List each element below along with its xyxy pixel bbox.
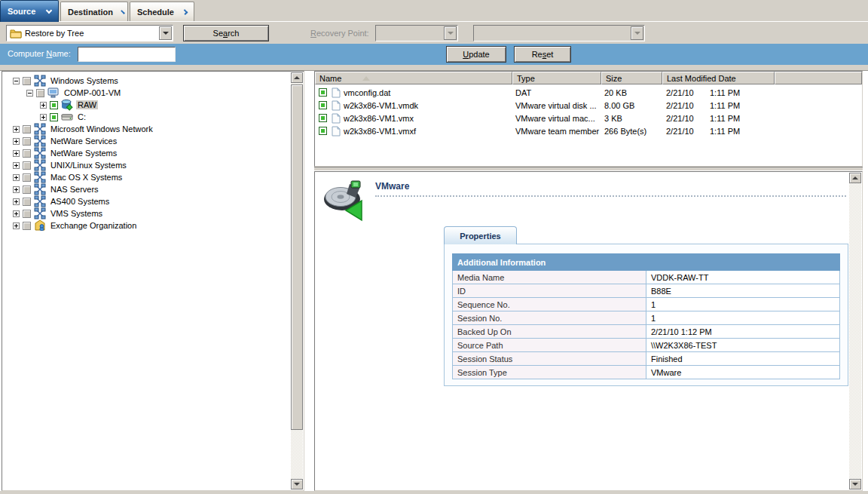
tree-item-c-drive[interactable]: C: xyxy=(4,111,290,123)
tree-checkbox[interactable] xyxy=(23,161,31,170)
network-icon xyxy=(34,207,46,219)
tree-item-label[interactable]: NAS Servers xyxy=(49,185,100,194)
tree-checkbox[interactable] xyxy=(23,198,31,206)
tree-item-label[interactable]: NetWare Systems xyxy=(49,149,118,158)
tree-item-label[interactable]: UNIX/Linux Systems xyxy=(49,161,128,170)
additional-information-table: Additional Information Media Name VDDK-R… xyxy=(452,253,840,379)
expand-icon[interactable] xyxy=(13,162,20,169)
tree-checkbox[interactable] xyxy=(23,222,31,230)
tree-item-label[interactable]: Microsoft Windows Network xyxy=(49,124,154,133)
computer-icon xyxy=(47,87,60,99)
tree-item-microsoft-windows-network[interactable]: Microsoft Windows Network xyxy=(4,123,290,135)
tree-item-nas-servers[interactable]: NAS Servers xyxy=(4,183,290,195)
expand-icon[interactable] xyxy=(13,174,20,181)
tree-item-vms-systems[interactable]: VMS Systems xyxy=(4,207,290,219)
tree-item-label[interactable]: Mac OS X Systems xyxy=(49,173,124,182)
tree-item-raw[interactable]: RAW xyxy=(4,99,290,111)
file-row-vmx[interactable]: w2k3x86-VM1.vmx VMware virtual mac... 3 … xyxy=(315,112,862,125)
computer-name-input[interactable] xyxy=(78,47,176,62)
tab-destination[interactable]: Destination xyxy=(60,2,128,21)
scroll-up-button[interactable] xyxy=(291,72,303,83)
tree-checkbox[interactable] xyxy=(23,149,31,158)
scroll-down-button[interactable] xyxy=(849,479,861,489)
tree-item-label[interactable]: COMP-001-VM xyxy=(63,88,122,97)
collapse-icon[interactable] xyxy=(26,90,33,97)
file-name: w2k3x86-VM1.vmxf xyxy=(344,127,416,136)
expand-icon[interactable] xyxy=(13,222,20,229)
reset-button[interactable]: Reset xyxy=(514,46,571,63)
collapse-icon[interactable] xyxy=(13,78,20,84)
file-row-vmxf[interactable]: w2k3x86-VM1.vmxf VMware team member 266 … xyxy=(315,125,862,138)
tree-item-label[interactable]: RAW xyxy=(76,100,98,109)
scroll-up-button[interactable] xyxy=(849,173,861,183)
tree-item-unix-linux-systems[interactable]: UNIX/Linux Systems xyxy=(4,159,290,171)
expand-icon[interactable] xyxy=(40,102,47,109)
raw-volume-icon xyxy=(61,99,73,111)
tree-checkbox[interactable] xyxy=(50,101,58,109)
property-value: Finished xyxy=(646,352,840,366)
expand-icon[interactable] xyxy=(40,114,47,121)
tree-checkbox[interactable] xyxy=(23,210,31,218)
expand-icon[interactable] xyxy=(13,210,20,217)
recovery-point-label: Recovery Point: xyxy=(310,29,369,38)
column-header-size[interactable]: Size xyxy=(601,72,662,84)
file-row-vmconfig[interactable]: vmconfig.dat DAT 20 KB 2/21/10 1:11 PM xyxy=(315,87,862,100)
expand-icon[interactable] xyxy=(13,198,20,205)
tree-item-netware-services[interactable]: NetWare Services xyxy=(4,135,290,147)
tree-item-label[interactable]: C: xyxy=(76,112,87,121)
tree-scrollbar[interactable] xyxy=(291,72,303,489)
file-checkbox[interactable] xyxy=(319,114,327,122)
expand-icon[interactable] xyxy=(13,126,20,133)
tree-item-exchange-organization[interactable]: Exchange Organization xyxy=(4,219,290,232)
tree-checkbox[interactable] xyxy=(23,125,31,133)
tab-schedule[interactable]: Schedule xyxy=(130,2,194,21)
vmware-disk-icon xyxy=(321,175,371,222)
tab-properties[interactable]: Properties xyxy=(444,226,517,244)
property-row: Source Path \\W2K3X86-TEST xyxy=(453,339,840,352)
column-header-last-modified-date[interactable]: Last Modified Date xyxy=(662,72,775,84)
property-value: 1 xyxy=(646,311,840,325)
recovery-point-time-select xyxy=(473,25,645,41)
expand-icon[interactable] xyxy=(13,138,20,145)
tree-item-label[interactable]: NetWare Services xyxy=(49,137,118,146)
tree-item-mac-os-x-systems[interactable]: Mac OS X Systems xyxy=(4,171,290,183)
column-header-name[interactable]: Name xyxy=(315,72,512,84)
tree-checkbox[interactable] xyxy=(23,77,31,85)
file-checkbox[interactable] xyxy=(319,88,327,97)
tree-checkbox[interactable] xyxy=(23,186,31,194)
network-icon xyxy=(34,183,46,195)
tree-item-as400-systems[interactable]: AS400 Systems xyxy=(4,195,290,207)
file-checkbox[interactable] xyxy=(319,127,327,135)
tree-item-label[interactable]: VMS Systems xyxy=(49,209,104,218)
column-header-type[interactable]: Type xyxy=(512,72,601,84)
tab-source[interactable]: Source xyxy=(0,0,59,22)
tree-checkbox[interactable] xyxy=(50,113,58,121)
tree-item-label[interactable]: Windows Systems xyxy=(49,76,120,85)
tree-item-netware-systems[interactable]: NetWare Systems xyxy=(4,147,290,159)
tree-checkbox[interactable] xyxy=(23,137,31,146)
search-button[interactable]: Search xyxy=(183,25,269,41)
expand-icon[interactable] xyxy=(13,186,20,193)
restore-mode-select[interactable]: Restore by Tree xyxy=(6,25,173,41)
tree-item-windows-systems[interactable]: Windows Systems xyxy=(4,75,290,87)
properties-scrollbar[interactable] xyxy=(849,173,861,489)
tree-item-comp-001-vm[interactable]: COMP-001-VM xyxy=(4,87,290,99)
scroll-down-button[interactable] xyxy=(291,479,303,489)
file-row-vmdk[interactable]: w2k3x86-VM1.vmdk VMware virtual disk ...… xyxy=(315,100,862,112)
scrollbar-thumb[interactable] xyxy=(291,84,303,430)
drive-icon xyxy=(61,111,73,123)
property-label: Session No. xyxy=(453,311,646,325)
section-header: Additional Information xyxy=(453,254,840,271)
update-button[interactable]: Update xyxy=(446,46,506,63)
tree-item-label[interactable]: Exchange Organization xyxy=(49,221,138,230)
tree-item-label[interactable]: AS400 Systems xyxy=(49,197,111,206)
scrollbar-track[interactable] xyxy=(849,173,861,489)
property-row: ID B88E xyxy=(453,284,840,298)
tree-checkbox[interactable] xyxy=(23,173,31,182)
expand-icon[interactable] xyxy=(13,150,20,157)
column-header-empty[interactable] xyxy=(775,72,862,84)
dropdown-arrow-button[interactable] xyxy=(159,26,172,40)
tree-checkbox[interactable] xyxy=(36,89,44,97)
file-checkbox[interactable] xyxy=(319,101,327,109)
divider xyxy=(0,65,868,71)
